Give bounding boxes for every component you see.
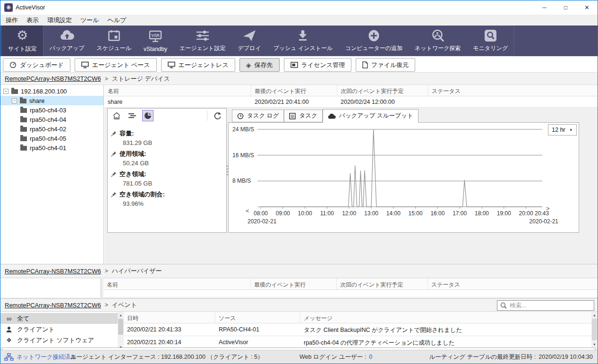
toolbar-item-スケジュール[interactable]: スケジュール: [91, 26, 137, 56]
chart-next-button[interactable]: >: [546, 205, 550, 212]
breadcrumb-link[interactable]: RemotePCArray-NSB7MS2T2CW6: [5, 75, 101, 82]
pin-icon: [111, 192, 117, 197]
column-header-ステータス[interactable]: ステータス: [428, 279, 598, 289]
monitor-icon: [168, 61, 175, 68]
menu-item-ヘルプ[interactable]: ヘルプ: [103, 15, 131, 25]
column-header-最後のイベント実行[interactable]: 最後のイベント実行: [251, 85, 337, 96]
time-range-select[interactable]: 12 hr ▼: [548, 124, 577, 135]
table-row[interactable]: 2020/02/21 20:40:14ActiveVisorrpa50-ch4-…: [124, 336, 591, 349]
view-tab-エージェント ベース[interactable]: エージェント ベース: [75, 58, 157, 72]
event-list-scrollbar[interactable]: ▲ ▼: [118, 312, 124, 350]
column-header-次回のイベント実行予定[interactable]: 次回のイベント実行予定: [337, 279, 428, 289]
view-tab-ファイル復元[interactable]: ファイル復元: [356, 58, 415, 72]
toolbar-item-label: サイト設定: [8, 45, 37, 53]
column-header-名前[interactable]: 名前: [104, 85, 251, 96]
view-tab-エージェントレス[interactable]: エージェントレス: [161, 58, 235, 72]
toolbar-item-エージェント設定[interactable]: エージェント設定: [173, 26, 231, 56]
scroll-up-icon[interactable]: ▲: [591, 312, 598, 318]
column-header-次回のイベント実行予定[interactable]: 次回のイベント実行予定: [337, 85, 428, 96]
minimize-button[interactable]: ─: [534, 0, 555, 15]
search-input[interactable]: [510, 302, 591, 309]
chart-prev-button[interactable]: <: [246, 207, 249, 214]
refresh-button[interactable]: [212, 110, 223, 121]
event-filter-クライアント ソフトウェア[interactable]: ❖クライアント ソフトウェア: [0, 335, 118, 346]
table-row[interactable]: share2020/02/21 20:41:002020/02/24 12:00…: [104, 96, 598, 108]
column-header-名前[interactable]: 名前: [103, 279, 251, 289]
home-view-button[interactable]: [111, 110, 122, 121]
event-filter-label: 全て: [17, 314, 29, 323]
network-search-icon: [431, 29, 445, 42]
event-table-scrollbar[interactable]: ▲ ▼: [591, 312, 598, 347]
view-tab-label: ライセンス管理: [301, 61, 345, 69]
tree-item-rpa50-ch4-03[interactable]: rpa50-ch4-03: [0, 105, 103, 115]
toolbar-item-vStandby[interactable]: VSRvStandby: [137, 26, 173, 56]
tree-item-rpa50-ch4-02[interactable]: rpa50-ch4-02: [0, 124, 103, 134]
detail-panels: 容量:831.29 GB使用領域:50.24 GB空き領域:781.05 GB空…: [104, 108, 598, 233]
tree-item-rpa50-ch4-04[interactable]: rpa50-ch4-04: [0, 115, 103, 124]
toolbar-item-バックアップ[interactable]: バックアップ: [43, 26, 91, 56]
details-view-button[interactable]: [127, 110, 138, 121]
column-header-日時[interactable]: 日時: [124, 312, 215, 323]
scroll-up-icon[interactable]: ▲: [118, 312, 124, 318]
event-filter-クライアント[interactable]: クライアント: [0, 324, 118, 335]
view-tab-ダッシュボード[interactable]: ダッシュボード: [3, 58, 70, 72]
column-header-ソース[interactable]: ソース: [215, 312, 300, 323]
details-icon: [128, 112, 137, 119]
toolbar-item-プッシュ インストール[interactable]: プッシュ インストール: [267, 26, 339, 56]
view-tab-label: 保存先: [255, 61, 273, 69]
close-button[interactable]: ✕: [576, 0, 598, 15]
tree-item-rpa50-ch4-05[interactable]: rpa50-ch4-05: [0, 134, 103, 143]
table-cell: タスク Client BackupINC がクライアントで開始されました: [300, 323, 591, 336]
column-header-メッセージ[interactable]: メッセージ: [300, 312, 591, 323]
web-login-count[interactable]: 0: [369, 354, 372, 360]
scroll-down-icon[interactable]: ▼: [591, 341, 598, 347]
tree-item-192.168.200.100[interactable]: −192.168.200.100: [0, 86, 103, 96]
svg-text:8 MB/S: 8 MB/S: [232, 178, 251, 184]
table-cell: RPA50-CH4-01: [215, 323, 300, 336]
pie-view-button[interactable]: [142, 110, 154, 121]
sliders-icon: [196, 30, 210, 42]
chart-tab-タスク ログ[interactable]: タスク ログ: [232, 110, 284, 122]
view-tab-保存先[interactable]: ◈保存先: [239, 58, 280, 72]
folder-icon: [20, 118, 27, 122]
column-header-最後のイベント実行[interactable]: 最後のイベント実行: [251, 279, 337, 289]
tree-item-rpa50-ch4-01[interactable]: rpa50-ch4-01: [0, 143, 103, 152]
chart-tab-バックアップ スループット[interactable]: バックアップ スループット: [323, 109, 419, 123]
paper-plane-icon: [243, 30, 256, 42]
breadcrumb-current: イベント: [112, 301, 137, 309]
table-cell: 2020/02/24 12:00:00: [337, 96, 428, 107]
scrollbar-thumb[interactable]: [592, 319, 597, 340]
storage-icon: ◈: [246, 61, 251, 69]
menu-item-ツール[interactable]: ツール: [76, 15, 103, 25]
throughput-line: [261, 129, 542, 207]
tree-item-label: rpa50-ch4-03: [30, 107, 66, 114]
tree-item-label: rpa50-ch4-01: [30, 144, 66, 152]
breadcrumb-link[interactable]: RemotePCArray-NSB7MS2T2CW6: [5, 268, 101, 275]
toolbar-item-コンピューターの追加[interactable]: コンピューターの追加: [339, 26, 409, 56]
tree-expander-icon[interactable]: −: [12, 98, 17, 103]
toolbar-item-サイト設定[interactable]: ⚙サイト設定: [2, 25, 43, 56]
svg-text:20:00: 20:00: [519, 210, 533, 217]
menu-item-表示[interactable]: 表示: [22, 15, 43, 25]
tree-item-share[interactable]: −share: [0, 96, 103, 105]
chart-tab-タスク[interactable]: タスク: [284, 110, 322, 122]
tree-expander-icon[interactable]: −: [3, 89, 9, 94]
svg-text:12:00: 12:00: [342, 210, 356, 217]
agent-interface-text: エージェント インターフェース : 192.168.200.100 （クライアン…: [70, 353, 264, 361]
event-filter-全て[interactable]: ∞全て: [0, 313, 118, 324]
toolbar-item-ネットワーク探索[interactable]: ネットワーク探索: [409, 26, 467, 56]
table-row[interactable]: 2020/02/21 20:41:33RPA50-CH4-01タスク Clien…: [124, 323, 591, 336]
view-tab-ライセンス管理[interactable]: ライセンス管理: [284, 58, 352, 72]
scrollbar-thumb[interactable]: [118, 319, 123, 335]
toolbar-item-モニタリング[interactable]: モニタリング: [467, 26, 514, 56]
toolbar-item-デプロイ[interactable]: デプロイ: [231, 26, 267, 56]
folder-icon: [20, 108, 27, 113]
maximize-button[interactable]: □: [555, 0, 576, 15]
menu-item-環境設定[interactable]: 環境設定: [43, 15, 76, 25]
property-label: 使用領域:: [111, 149, 223, 159]
column-header-ステータス[interactable]: ステータス: [428, 85, 598, 96]
person-icon: [5, 326, 13, 333]
breadcrumb-link[interactable]: RemotePCArray-NSB7MS2T2CW6: [5, 302, 101, 309]
menu-item-操作[interactable]: 操作: [1, 15, 22, 25]
svg-text:2020-02-21: 2020-02-21: [248, 218, 277, 225]
